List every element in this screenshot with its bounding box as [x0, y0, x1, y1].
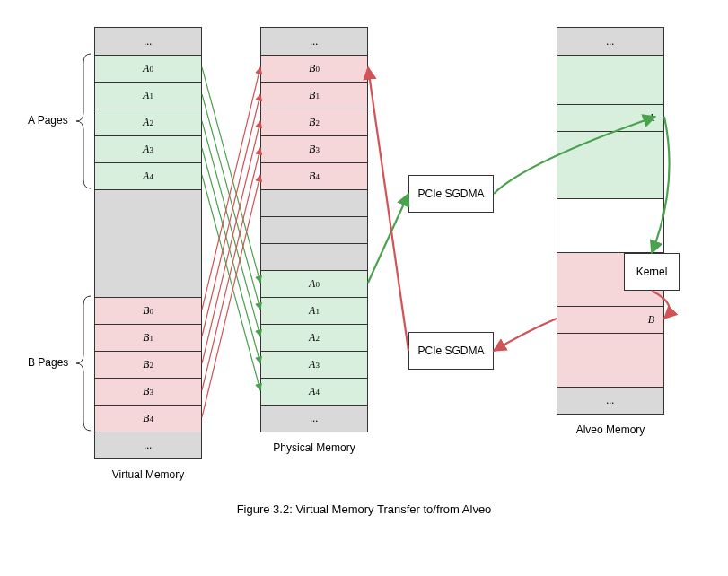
cell-physical-9: A0 [261, 270, 367, 297]
box-sgdma2: PCIe SGDMA [408, 332, 494, 370]
box-kernel: Kernel [624, 253, 680, 291]
memory-column-virtual: ...A0A1A2A3A4B0B1B2B3B4... [94, 27, 202, 459]
cell-virtual-3: A2 [95, 109, 201, 135]
cell-physical-1: B0 [261, 55, 367, 82]
cell-alveo-6: B [557, 306, 663, 333]
column-label-virtual: Virtual Memory [94, 468, 202, 481]
cell-virtual-0: ... [95, 28, 201, 55]
cell-alveo-7 [557, 333, 663, 387]
cell-virtual-5: A4 [95, 162, 201, 189]
brace-a-label: A Pages [28, 114, 68, 127]
cell-physical-12: A3 [261, 351, 367, 378]
cell-virtual-7: B0 [95, 297, 201, 324]
cell-physical-3: B2 [261, 109, 367, 135]
cell-alveo-1 [557, 55, 663, 104]
cell-alveo-0: ... [557, 28, 663, 55]
cell-virtual-10: B3 [95, 378, 201, 405]
cell-physical-13: A4 [261, 378, 367, 405]
cell-physical-10: A1 [261, 297, 367, 324]
cell-physical-8 [261, 243, 367, 270]
cell-virtual-6 [95, 189, 201, 297]
cell-alveo-4 [557, 198, 663, 252]
cell-virtual-9: B2 [95, 351, 201, 378]
cell-physical-2: B1 [261, 82, 367, 109]
figure-caption: Figure 3.2: Virtual Memory Transfer to/f… [0, 502, 728, 516]
cell-alveo-2: A [557, 104, 663, 131]
column-label-physical: Physical Memory [260, 441, 368, 454]
cell-physical-6 [261, 189, 367, 216]
cell-virtual-8: B1 [95, 324, 201, 351]
cell-alveo-3 [557, 131, 663, 198]
cell-virtual-12: ... [95, 432, 201, 458]
cell-virtual-1: A0 [95, 55, 201, 82]
cell-physical-7 [261, 216, 367, 243]
brace-b-label: B Pages [28, 356, 68, 369]
box-sgdma1: PCIe SGDMA [408, 175, 494, 213]
memory-column-alveo: ...AB... [557, 27, 664, 415]
cell-physical-5: B4 [261, 162, 367, 189]
cell-virtual-11: B4 [95, 405, 201, 432]
cell-physical-11: A2 [261, 324, 367, 351]
cell-alveo-8: ... [557, 387, 663, 414]
cell-virtual-2: A1 [95, 82, 201, 109]
cell-physical-0: ... [261, 28, 367, 55]
cell-physical-4: B3 [261, 135, 367, 162]
column-label-alveo: Alveo Memory [557, 423, 664, 436]
cell-virtual-4: A3 [95, 135, 201, 162]
cell-physical-14: ... [261, 405, 367, 432]
memory-column-physical: ...B0B1B2B3B4A0A1A2A3A4... [260, 27, 368, 432]
